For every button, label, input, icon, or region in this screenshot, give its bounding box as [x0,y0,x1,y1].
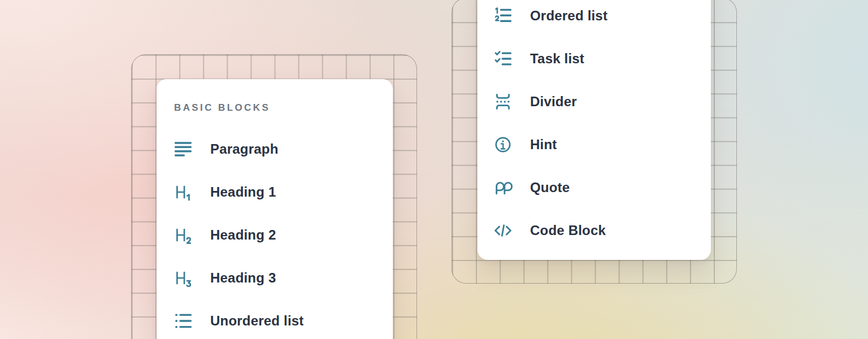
basic-blocks-menu-card: BASIC BLOCKS ParagraphHeading 1Heading 2… [157,79,393,339]
code-block-icon [493,221,513,240]
menu-item-label: Heading 2 [210,227,276,243]
menu-item-label: Paragraph [210,141,279,157]
menu-section-label: BASIC BLOCKS [174,101,380,115]
task-list-icon [493,49,513,68]
menu-item-hint[interactable]: Hint [493,123,698,166]
menu-item-paragraph[interactable]: Paragraph [173,128,380,171]
ordered-list-icon [493,6,513,25]
menu-item-label: Unordered list [210,313,304,329]
menu-item-divider[interactable]: Divider [493,80,698,123]
menu-item-label: Hint [530,137,557,153]
menu-item-heading-1[interactable]: Heading 1 [173,171,380,214]
menu-item-list: ParagraphHeading 1Heading 2Heading 3Unor… [173,128,380,339]
quote-icon [493,178,513,197]
menu-item-quote[interactable]: Quote [493,166,698,209]
menu-item-label: Heading 3 [210,270,276,286]
menu-item-label: Heading 1 [210,184,276,200]
unordered-list-icon [173,311,193,331]
menu-item-unordered-list[interactable]: Unordered list [173,299,380,339]
heading-2-icon [173,225,193,245]
menu-item-label: Ordered list [530,8,607,24]
menu-item-heading-2[interactable]: Heading 2 [173,214,380,257]
blocks-menu-card-continued: Ordered listTask listDividerHintQuoteCod… [478,0,711,260]
divider-icon [493,92,513,111]
menu-item-task-list[interactable]: Task list [493,37,698,80]
heading-3-icon [173,268,193,288]
hint-icon [493,135,513,154]
menu-item-heading-3[interactable]: Heading 3 [173,257,380,299]
menu-item-list: Ordered listTask listDividerHintQuoteCod… [493,0,698,252]
menu-item-ordered-list[interactable]: Ordered list [493,0,698,37]
menu-item-code-block[interactable]: Code Block [493,209,698,252]
menu-item-label: Task list [530,51,584,67]
menu-item-label: Quote [530,180,570,195]
heading-1-icon [173,182,193,202]
menu-item-label: Divider [530,94,577,110]
menu-item-label: Code Block [530,223,606,238]
paragraph-icon [173,140,193,159]
